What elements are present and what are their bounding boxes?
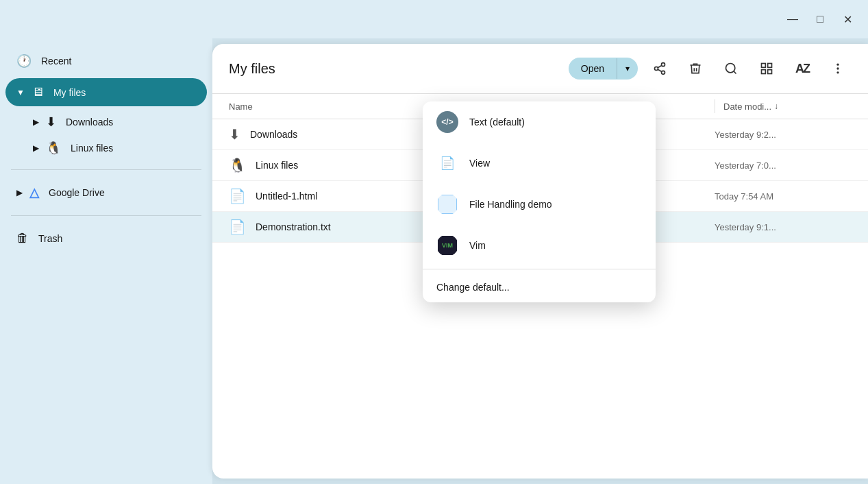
- trash-icon: 🗑: [16, 231, 29, 245]
- dropdown-item-view[interactable]: 📄 View: [423, 143, 656, 184]
- sidebar-item-label: My files: [53, 87, 86, 98]
- open-with-dropdown: </> Text (default) 📄 View File Handling …: [423, 101, 656, 302]
- sidebar-item-label: Recent: [41, 56, 71, 66]
- file-date: Yesterday 7:0...: [715, 160, 852, 171]
- file-icon: 📄: [436, 152, 458, 174]
- open-button-label: Open: [569, 58, 617, 80]
- sort-arrow-icon: ↓: [774, 101, 778, 111]
- titlebar: — □ ✕: [0, 0, 868, 38]
- toolbar: My files Open ▾: [212, 44, 868, 94]
- dropdown-item-text-default[interactable]: </> Text (default): [423, 101, 656, 143]
- more-options-button[interactable]: [824, 55, 852, 82]
- vim-icon: VIM: [436, 234, 458, 256]
- chevron-icon: ▼: [16, 88, 25, 97]
- file-date: Yesterday 9:2...: [715, 130, 852, 140]
- chevron-icon: ▶: [16, 188, 23, 197]
- dropdown-item-file-handling-demo[interactable]: File Handling demo: [423, 184, 656, 225]
- grid-view-button[interactable]: [753, 55, 780, 82]
- svg-rect-10: [768, 70, 772, 74]
- chevron-icon: ▶: [33, 117, 39, 127]
- maximize-button[interactable]: □: [810, 10, 830, 29]
- svg-line-6: [734, 71, 736, 74]
- svg-point-11: [836, 64, 839, 66]
- file-date: Today 7:54 AM: [715, 191, 852, 202]
- sidebar-divider-2: [11, 215, 201, 216]
- dropdown-item-label: Text (default): [469, 117, 525, 128]
- svg-line-4: [658, 65, 662, 67]
- recent-icon: 🕐: [16, 53, 32, 69]
- svg-point-1: [655, 67, 658, 71]
- sidebar-item-label: Google Drive: [49, 187, 105, 198]
- txt-file-icon: 📄: [229, 219, 246, 235]
- file-name: Downloads: [250, 129, 297, 140]
- search-button[interactable]: [717, 55, 745, 82]
- file-handling-icon: [436, 193, 458, 215]
- sidebar: 🕐 Recent ▼ 🖥 My files ▶ ⬇ Downloads ▶ 🐧 …: [0, 38, 212, 484]
- file-name: Demonstration.txt: [256, 221, 331, 232]
- col-date-header[interactable]: Date modi... ↓: [715, 99, 852, 113]
- open-button-arrow[interactable]: ▾: [617, 58, 638, 79]
- svg-point-0: [662, 63, 665, 66]
- svg-line-3: [658, 69, 662, 71]
- sidebar-item-recent[interactable]: 🕐 Recent: [5, 47, 207, 75]
- dropdown-item-vim[interactable]: VIM Vim: [423, 225, 656, 266]
- close-button[interactable]: ✕: [838, 10, 857, 29]
- delete-button[interactable]: [682, 55, 709, 82]
- svg-rect-7: [762, 64, 766, 68]
- file-name: Untitled-1.html: [256, 191, 317, 202]
- svg-point-12: [836, 67, 839, 69]
- chevron-icon: ▶: [33, 143, 39, 153]
- svg-point-5: [726, 64, 735, 73]
- sidebar-item-downloads[interactable]: ▶ ⬇ Downloads: [22, 109, 207, 135]
- downloads-file-icon: ⬇: [229, 126, 240, 143]
- sort-button[interactable]: AZ: [789, 55, 816, 82]
- downloads-icon: ⬇: [46, 114, 56, 130]
- google-drive-icon: △: [29, 185, 39, 200]
- sidebar-item-my-files[interactable]: ▼ 🖥 My files: [5, 78, 207, 106]
- sidebar-item-google-drive[interactable]: ▶ △ Google Drive: [5, 178, 207, 207]
- sidebar-divider: [11, 169, 201, 170]
- svg-point-2: [662, 71, 665, 74]
- linux-file-icon: 🐧: [229, 157, 246, 173]
- svg-rect-8: [768, 64, 772, 68]
- linux-files-icon: 🐧: [46, 141, 61, 156]
- my-files-icon: 🖥: [32, 85, 44, 99]
- dropdown-item-label: Vim: [469, 240, 486, 251]
- svg-point-13: [836, 71, 839, 73]
- dropdown-item-label: File Handling demo: [469, 199, 552, 210]
- minimize-button[interactable]: —: [783, 10, 802, 29]
- dropdown-change-default[interactable]: Change default...: [423, 272, 656, 302]
- share-button[interactable]: [646, 55, 673, 82]
- page-title: My files: [229, 61, 560, 77]
- html-file-icon: 📄: [229, 188, 246, 204]
- open-button[interactable]: Open ▾: [569, 58, 638, 80]
- sidebar-item-trash[interactable]: 🗑 Trash: [5, 224, 207, 252]
- code-icon: </>: [436, 111, 458, 133]
- file-name: Linux files: [256, 160, 298, 171]
- dropdown-divider: [423, 269, 656, 269]
- sidebar-item-label: Downloads: [66, 117, 113, 128]
- svg-rect-9: [762, 70, 766, 74]
- sidebar-item-label: Trash: [38, 233, 62, 244]
- sidebar-item-label: Linux files: [71, 143, 113, 154]
- sidebar-item-linux-files[interactable]: ▶ 🐧 Linux files: [22, 135, 207, 161]
- file-date: Yesterday 9:1...: [715, 222, 852, 232]
- dropdown-item-label: View: [469, 158, 490, 169]
- sidebar-sub-items: ▶ ⬇ Downloads ▶ 🐧 Linux files: [22, 109, 207, 161]
